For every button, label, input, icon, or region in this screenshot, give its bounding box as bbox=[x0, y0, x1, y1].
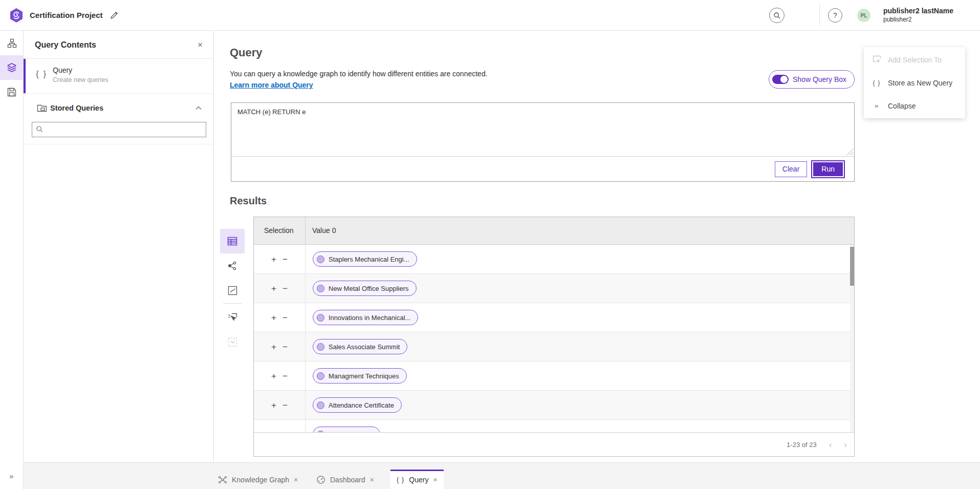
braces-icon: { } bbox=[36, 69, 47, 79]
results-table: Selection Value 0 + − Staplers Mechanica… bbox=[253, 217, 855, 457]
entity-pill[interactable]: Innovations in Mechanical... bbox=[313, 310, 418, 325]
close-tab-icon[interactable]: × bbox=[294, 476, 298, 484]
rail-item-contents[interactable] bbox=[0, 55, 24, 80]
select-add-button[interactable]: + bbox=[271, 284, 276, 293]
add-to-link-chart-button[interactable] bbox=[220, 330, 245, 354]
global-search-button[interactable] bbox=[769, 8, 785, 23]
select-add-button[interactable]: + bbox=[271, 255, 276, 264]
menu-item-label: Add Selection To bbox=[888, 56, 942, 64]
table-scrollbar[interactable] bbox=[850, 245, 854, 432]
select-remove-button[interactable]: − bbox=[282, 255, 288, 264]
pencil-icon bbox=[110, 11, 119, 20]
edit-title-button[interactable] bbox=[107, 9, 121, 22]
panel-title: Query Contents bbox=[35, 31, 96, 59]
query-description: You can query a knowledge graph to ident… bbox=[230, 70, 488, 78]
query-toolbar: Clear Run bbox=[231, 156, 854, 181]
entity-label: Managment Techniques bbox=[329, 372, 399, 380]
add-to-map-button[interactable] bbox=[220, 305, 245, 330]
entity-dot-icon bbox=[317, 401, 324, 409]
run-button[interactable]: Run bbox=[812, 161, 844, 177]
toggle-label: Show Query Box bbox=[793, 75, 846, 83]
select-add-button[interactable]: + bbox=[271, 430, 276, 433]
menu-item-collapse[interactable]: » Collapse bbox=[864, 94, 965, 117]
table-row: + − Staplers Mechanical Engi... bbox=[254, 245, 854, 274]
query-item-subtitle: Create new queries bbox=[53, 76, 108, 83]
dashboard-gauge-icon bbox=[316, 475, 325, 484]
next-page-button[interactable]: › bbox=[844, 440, 847, 449]
left-rail: » bbox=[0, 31, 24, 489]
close-tab-icon[interactable]: × bbox=[370, 476, 374, 484]
select-add-button[interactable]: + bbox=[271, 313, 276, 322]
entity-pill[interactable]: Sales Associate Summit bbox=[313, 339, 407, 354]
chevron-up-icon bbox=[194, 103, 204, 114]
user-menu[interactable]: publisher2 lastName publisher2 bbox=[883, 7, 953, 24]
view-map-button[interactable] bbox=[220, 278, 245, 303]
entity-label: Attendance Certificate bbox=[329, 401, 394, 409]
column-header-selection: Selection bbox=[254, 217, 306, 244]
close-tab-icon[interactable]: × bbox=[433, 476, 437, 484]
rail-item-save[interactable] bbox=[0, 80, 24, 104]
entity-dot-icon bbox=[317, 343, 324, 351]
stored-queries-label: Stored Queries bbox=[50, 104, 103, 112]
topbar-divider bbox=[819, 4, 820, 27]
link-chart-icon bbox=[227, 261, 237, 271]
table-row: + − Managment Techniques bbox=[254, 362, 854, 391]
select-remove-button[interactable]: − bbox=[282, 401, 288, 410]
entity-pill[interactable]: Managment Techniques bbox=[313, 368, 407, 384]
map-icon bbox=[228, 286, 237, 295]
select-add-button[interactable]: + bbox=[271, 372, 276, 380]
entity-pill[interactable]: Attendance Certificate bbox=[313, 397, 402, 413]
top-bar: Certification Project ? PL publisher2 la… bbox=[0, 0, 980, 31]
stored-queries-header[interactable]: Stored Queries bbox=[24, 96, 213, 121]
query-item-title: Query bbox=[53, 66, 72, 74]
entity-label: Sales Associate Summit bbox=[329, 343, 400, 351]
folder-icon bbox=[37, 103, 47, 113]
query-textarea[interactable]: MATCH (e) RETURN e bbox=[231, 103, 854, 156]
select-remove-button[interactable]: − bbox=[282, 313, 288, 322]
scrollbar-thumb[interactable] bbox=[850, 247, 854, 286]
show-query-box-toggle[interactable]: Show Query Box bbox=[769, 70, 855, 89]
user-username: publisher2 bbox=[883, 15, 953, 24]
avatar[interactable]: PL bbox=[857, 9, 870, 22]
close-panel-button[interactable]: × bbox=[193, 38, 207, 52]
entity-dot-icon bbox=[317, 256, 324, 263]
tab-dashboard[interactable]: Dashboard × bbox=[310, 470, 380, 489]
app-window: Certification Project ? PL publisher2 la… bbox=[0, 0, 980, 489]
add-selection-icon bbox=[872, 55, 881, 64]
view-link-chart-button[interactable] bbox=[220, 253, 245, 278]
select-remove-button[interactable]: − bbox=[282, 372, 288, 380]
table-row: + − New Metal Office Suppliers bbox=[254, 274, 854, 303]
entity-pill[interactable]: New Metal Office Suppliers bbox=[313, 281, 417, 296]
prev-page-button[interactable]: ‹ bbox=[829, 440, 832, 449]
table-header: Selection Value 0 bbox=[254, 217, 854, 245]
menu-item-label: Store as New Query bbox=[888, 79, 952, 87]
query-list-item[interactable]: { } Query Create new queries bbox=[24, 59, 213, 94]
view-strip-divider bbox=[223, 303, 242, 304]
select-add-button[interactable]: + bbox=[271, 401, 276, 410]
search-input[interactable] bbox=[32, 122, 206, 137]
menu-item-add-selection-to[interactable]: Add Selection To bbox=[864, 48, 965, 71]
bottom-tab-bar: Knowledge Graph × Dashboard × { } Query … bbox=[24, 462, 980, 489]
select-remove-button[interactable]: − bbox=[282, 430, 288, 433]
select-remove-button[interactable]: − bbox=[282, 284, 288, 293]
view-table-button[interactable] bbox=[220, 229, 245, 253]
entity-dot-icon bbox=[317, 372, 324, 380]
entity-pill[interactable]: Finalized Titles bbox=[313, 427, 380, 432]
clear-button[interactable]: Clear bbox=[775, 161, 807, 177]
table-body: + − Staplers Mechanical Engi... + − bbox=[254, 245, 854, 432]
entity-pill[interactable]: Staplers Mechanical Engi... bbox=[313, 251, 417, 267]
hierarchy-icon bbox=[7, 38, 17, 48]
entity-dot-icon bbox=[317, 431, 324, 433]
menu-item-store-as-new-query[interactable]: { } Store as New Query bbox=[864, 71, 965, 94]
select-add-button[interactable]: + bbox=[271, 343, 276, 351]
user-name: publisher2 lastName bbox=[883, 7, 953, 15]
tab-query[interactable]: { } Query × bbox=[390, 470, 444, 489]
toggle-on-icon bbox=[772, 75, 789, 84]
select-remove-button[interactable]: − bbox=[282, 343, 288, 351]
learn-more-link[interactable]: Learn more about Query bbox=[230, 81, 313, 89]
tab-knowledge-graph[interactable]: Knowledge Graph × bbox=[212, 470, 304, 489]
help-button[interactable]: ? bbox=[828, 8, 842, 23]
query-actions-menu: Add Selection To { } Store as New Query … bbox=[864, 47, 965, 118]
rail-item-project-hierarchy[interactable] bbox=[0, 31, 24, 55]
expand-rail-button[interactable]: » bbox=[0, 464, 24, 487]
